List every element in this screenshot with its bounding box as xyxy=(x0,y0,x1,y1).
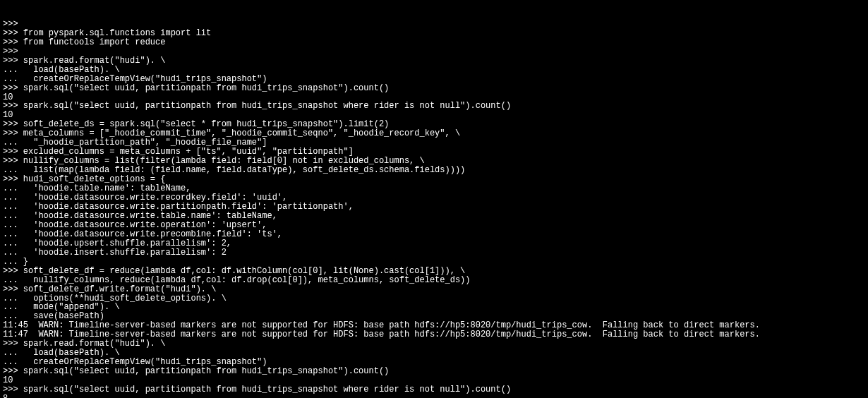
terminal-line: >>> from functools import reduce xyxy=(3,38,865,47)
terminal-line: ... 'hoodie.datasource.write.partitionpa… xyxy=(3,203,865,212)
terminal-line: 8 xyxy=(3,394,865,398)
terminal-line: >>> spark.sql("select uuid, partitionpat… xyxy=(3,385,865,394)
terminal-line: ... 'hoodie.insert.shuffle.parallelism':… xyxy=(3,248,865,258)
terminal-line: ... 'hoodie.datasource.write.precombine.… xyxy=(3,230,865,239)
terminal-line: ... } xyxy=(3,258,865,267)
terminal-line: ... load(basePath). \ xyxy=(3,66,865,75)
terminal-line: >>> spark.sql("select uuid, partitionpat… xyxy=(3,84,865,93)
terminal-line: ... 'hoodie.upsert.shuffle.parallelism':… xyxy=(3,239,865,248)
terminal-line: >>> spark.read.format("hudi"). \ xyxy=(3,339,865,349)
terminal-line: ... options(**hudi_soft_delete_options).… xyxy=(3,294,865,303)
terminal-line: ... mode("append"). \ xyxy=(3,303,865,312)
terminal-line: >>> soft_delete_df.write.format("hudi").… xyxy=(3,285,865,294)
terminal-line: >>> from pyspark.sql.functions import li… xyxy=(3,29,865,38)
terminal-line: >>> xyxy=(3,20,865,29)
terminal-line: ... nullify_columns, reduce(lambda df,co… xyxy=(3,276,865,285)
terminal-line: >>> spark.sql("select uuid, partitionpat… xyxy=(3,102,865,111)
terminal-line: >>> xyxy=(3,47,865,56)
terminal-line: >>> spark.sql("select uuid, partitionpat… xyxy=(3,367,865,376)
terminal-line: >>> spark.read.format("hudi"). \ xyxy=(3,56,865,66)
terminal-line: ... 'hoodie.datasource.write.table.name'… xyxy=(3,212,865,221)
terminal-line: >>> soft_delete_df = reduce(lambda df,co… xyxy=(3,267,865,276)
terminal-output[interactable]: >>>>>> from pyspark.sql.functions import… xyxy=(0,0,868,398)
terminal-line: ... createOrReplaceTempView("hudi_trips_… xyxy=(3,75,865,84)
terminal-line: ... 'hoodie.datasource.write.operation':… xyxy=(3,221,865,230)
